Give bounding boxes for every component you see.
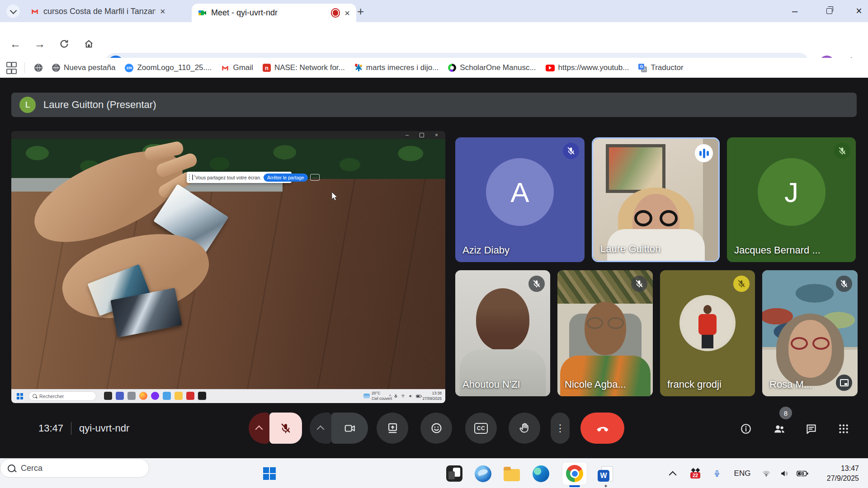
home-button[interactable] (80, 35, 98, 53)
mic-off-icon (280, 422, 292, 434)
picture-in-picture-icon[interactable] (836, 375, 852, 391)
start-button[interactable] (261, 459, 278, 488)
shared-window-titlebar: – × (11, 131, 445, 139)
taskbar-app-dark[interactable] (445, 459, 463, 488)
taskbar-word[interactable]: W (596, 459, 616, 488)
bookmark-globe[interactable] (34, 64, 42, 72)
mic-mute-button[interactable] (269, 413, 302, 444)
tray-battery[interactable] (793, 459, 812, 488)
browser-tab-strip: cursos Costa de Marfil i Tanzani × Meet … (0, 0, 868, 22)
chat-panel-button[interactable] (801, 419, 821, 439)
present-screen-button[interactable] (377, 413, 408, 444)
participant-initial: A (486, 158, 554, 226)
meeting-time: 13:47 (38, 422, 63, 434)
globe-icon (52, 64, 60, 72)
presenter-label: Laure Guitton (Presentar) (43, 99, 156, 111)
window-minimize-button[interactable]: – (782, 0, 807, 22)
weather-icon (363, 394, 370, 399)
folder-icon (504, 469, 520, 481)
tab-meet-active[interactable]: Meet - qyi-uvrt-ndr × (192, 4, 356, 22)
more-options-button[interactable]: ⋮ (551, 413, 570, 444)
close-icon[interactable]: × (344, 9, 350, 18)
bookmark-nueva-pestana[interactable]: Nueva pestaña (52, 63, 115, 72)
tab-cursos[interactable]: cursos Costa de Marfil i Tanzani × (28, 4, 183, 19)
presenter-banner[interactable]: L Laure Guitton (Presentar) (11, 93, 857, 117)
bookmark-youtube[interactable]: https://www.youtub... (546, 63, 629, 72)
shared-clock: 13:3827/09/2025 (422, 391, 442, 402)
bookmark-gmail[interactable]: Gmail (221, 63, 253, 72)
reload-button[interactable] (55, 35, 73, 53)
gmail-icon (31, 7, 39, 15)
bookmark-zoomlogo[interactable]: zmZoomLogo_110_25.... (125, 63, 212, 72)
stop-sharing-button[interactable]: Arrêter le partage (264, 174, 308, 182)
chevron-down-icon (9, 7, 17, 14)
participant-tile-ahoutou[interactable]: Ahoutou N'ZI (455, 270, 550, 396)
taskbar-file-explorer[interactable] (503, 459, 521, 488)
present-icon (387, 422, 399, 434)
taskbar-edge[interactable] (532, 459, 550, 488)
raise-hand-button[interactable] (509, 413, 540, 444)
divider (24, 62, 25, 73)
participant-tile-laure[interactable]: Laure Guitton (592, 137, 720, 262)
active-app-indicator (569, 485, 580, 487)
forward-button[interactable]: → (31, 35, 49, 53)
tray-mic-in-use[interactable] (709, 459, 725, 488)
screenshare-tile[interactable]: – × (11, 131, 445, 403)
participant-tile-nicole[interactable]: Nicole Agba... (557, 270, 653, 396)
tray-app-badge[interactable]: 22 (685, 459, 705, 488)
tray-language[interactable]: ENG (729, 459, 756, 488)
window-restore-button[interactable] (816, 0, 842, 22)
mic-icon (394, 394, 398, 399)
mic-off-icon (631, 276, 647, 292)
tray-wifi[interactable] (758, 459, 775, 488)
camera-options-button[interactable] (310, 413, 331, 444)
captions-button[interactable]: CC (465, 413, 497, 444)
tray-clock[interactable]: 13:47 27/9/2025 (814, 459, 863, 488)
camera-button[interactable] (331, 413, 368, 444)
nase-icon: n (263, 64, 271, 72)
activities-button[interactable] (834, 419, 854, 439)
back-button[interactable]: ← (6, 35, 24, 53)
apps-grid-icon[interactable] (6, 62, 15, 74)
bookmark-nase[interactable]: nNASE: Network for... (263, 63, 345, 72)
youtube-icon (546, 65, 555, 71)
globe-icon (34, 64, 42, 72)
screen: cursos Costa de Marfil i Tanzani × Meet … (0, 0, 868, 488)
new-tab-button[interactable]: + (357, 5, 364, 19)
participant-tile-franck[interactable]: franck grodji (660, 270, 755, 396)
shared-system-tray: ^ (389, 394, 422, 399)
participant-tile-rosa[interactable]: Rosa M... (762, 270, 858, 396)
taskbar-thunderbird[interactable] (474, 459, 492, 488)
shared-maximize-icon (420, 133, 424, 137)
taskbar-search[interactable]: Cerca (0, 459, 149, 478)
hang-up-icon (596, 422, 609, 435)
tray-expand-button[interactable] (665, 459, 681, 488)
taskbar-chrome-active[interactable] (562, 459, 587, 488)
bookmark-marts[interactable]: marts imecres i dijo... (354, 63, 439, 72)
windows-taskbar: Cerca W 22 ENG 13:47 (0, 458, 868, 488)
bookmark-scholarone[interactable]: ScholarOne Manusc... (448, 63, 536, 72)
tray-speaker[interactable] (776, 459, 793, 488)
drag-handle[interactable] (189, 174, 190, 181)
tab-search-button[interactable] (6, 5, 20, 18)
meeting-details-button[interactable] (736, 419, 756, 439)
participant-tile-jacques[interactable]: J Jacques Bernard ... (727, 137, 856, 262)
mic-options-button[interactable] (249, 413, 269, 444)
app-icon (104, 392, 112, 400)
bookmark-label: Nueva pestaña (64, 63, 115, 72)
meeting-code: qyi-uvrt-ndr (79, 422, 129, 434)
close-icon[interactable]: × (160, 7, 165, 16)
window-close-button[interactable]: × (846, 0, 868, 22)
participant-photo (679, 295, 736, 351)
minimize-share-bar-button[interactable]: — (310, 174, 320, 181)
participant-tile-aziz[interactable]: A Aziz Diaby (455, 137, 585, 262)
leave-call-button[interactable] (580, 413, 624, 444)
chevron-up-icon (255, 426, 263, 433)
bookmark-label: NASE: Network for... (274, 63, 345, 72)
reactions-button[interactable] (420, 413, 452, 444)
bookmark-traductor[interactable]: AGTraductor (638, 63, 683, 72)
chevron-up-icon (669, 471, 677, 479)
cc-icon: CC (474, 423, 488, 434)
people-panel-button[interactable] (769, 419, 789, 439)
bookmark-label: ScholarOne Manusc... (460, 63, 536, 72)
